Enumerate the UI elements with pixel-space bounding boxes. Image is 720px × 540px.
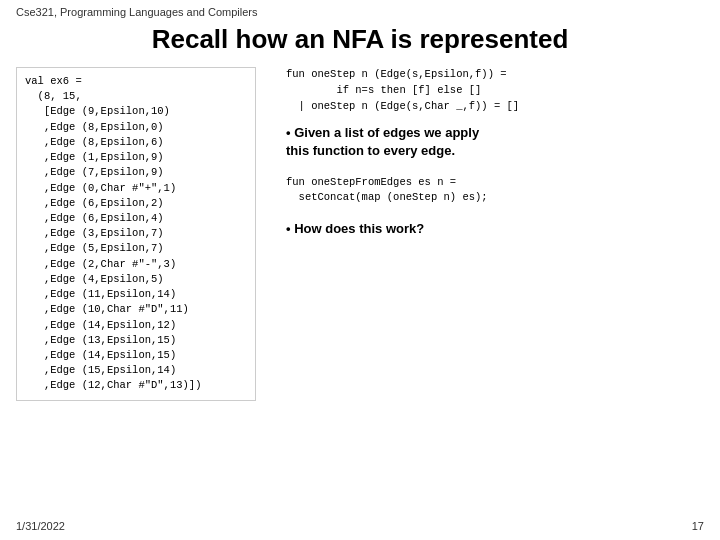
header: Cse321, Programming Languages and Compil…: [0, 0, 720, 20]
page-title: Recall how an NFA is represented: [0, 20, 720, 67]
fun2-line1: fun oneStepFromEdges es n =: [286, 176, 456, 188]
bullet2: • How does this work?: [286, 220, 704, 238]
fun1-code: fun oneStep n (Edge(s,Epsilon,f)) = if n…: [286, 67, 704, 114]
footer-page: 17: [692, 520, 704, 532]
bullet2-text: • How does this work?: [286, 221, 424, 236]
code-block-left: val ex6 = (8, 15, [Edge (9,Epsilon,10) ,…: [16, 67, 256, 401]
fun1-line1: fun oneStep n (Edge(s,Epsilon,f)) =: [286, 68, 507, 80]
footer: 1/31/2022 17: [16, 520, 704, 532]
header-text: Cse321, Programming Languages and Compil…: [0, 0, 720, 20]
bullet1-text: • Given a list of edges we applythis fun…: [286, 125, 479, 158]
footer-date: 1/31/2022: [16, 520, 65, 532]
right-panel: fun oneStep n (Edge(s,Epsilon,f)) = if n…: [276, 67, 704, 401]
fun1-line2: if n=s then [f] else []: [286, 84, 481, 96]
bullet1: • Given a list of edges we applythis fun…: [286, 124, 704, 160]
fun2-code: fun oneStepFromEdges es n = setConcat(ma…: [286, 175, 704, 207]
fun1-line3: | oneStep n (Edge(s,Char _,f)) = []: [286, 100, 519, 112]
main-content: val ex6 = (8, 15, [Edge (9,Epsilon,10) ,…: [0, 67, 720, 401]
left-panel: val ex6 = (8, 15, [Edge (9,Epsilon,10) ,…: [16, 67, 256, 401]
fun2-line2: setConcat(map (oneStep n) es);: [286, 191, 488, 203]
